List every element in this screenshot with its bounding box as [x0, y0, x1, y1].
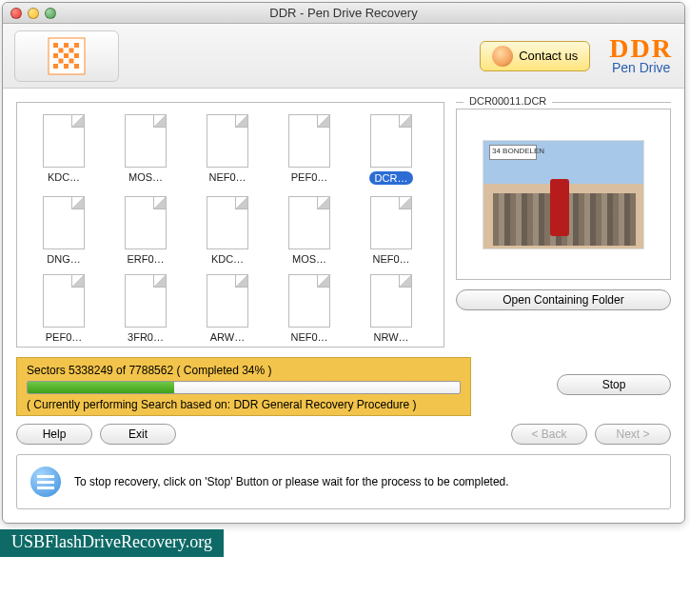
- file-item[interactable]: NEF0…: [187, 110, 268, 192]
- file-label: MOS…: [271, 253, 347, 265]
- file-icon: [370, 196, 412, 249]
- svg-rect-3: [74, 43, 79, 48]
- file-label: 3FR0…: [108, 331, 184, 343]
- file-item[interactable]: NRW…: [350, 270, 432, 348]
- file-label: NEF0…: [189, 171, 266, 183]
- brand-subtitle: Pen Drive: [609, 60, 673, 75]
- file-item[interactable]: MOS…: [105, 110, 187, 192]
- info-text: To stop recovery, click on 'Stop' Button…: [74, 475, 509, 488]
- next-button[interactable]: Next >: [595, 424, 671, 445]
- window-title: DDR - Pen Drive Recovery: [3, 6, 684, 20]
- file-icon: [288, 274, 330, 328]
- logo-icon: [48, 37, 86, 75]
- file-item[interactable]: MOS…: [268, 192, 350, 270]
- file-item[interactable]: KDC…: [187, 192, 268, 270]
- file-label: MOS…: [108, 171, 184, 183]
- exit-button[interactable]: Exit: [100, 424, 176, 445]
- file-icon: [288, 196, 330, 249]
- file-icon: [43, 274, 85, 328]
- file-item[interactable]: DCR…: [350, 110, 432, 192]
- content-area: KDC…MOS…NEF0…PEF0…DCR…DNG…ERF0…KDC…MOS…N…: [3, 89, 684, 523]
- file-item[interactable]: NEF0…: [268, 270, 350, 348]
- file-label: DCR…: [369, 171, 414, 185]
- app-logo: [14, 30, 119, 82]
- file-icon: [43, 196, 85, 249]
- toolbar: Contact us DDR Pen Drive: [3, 24, 684, 89]
- contact-us-label: Contact us: [519, 49, 578, 63]
- file-item[interactable]: NEF0…: [350, 192, 432, 270]
- svg-rect-8: [74, 53, 79, 58]
- progress-bar: [27, 381, 461, 394]
- nav-row: Help Exit < Back Next >: [16, 424, 671, 445]
- svg-rect-7: [64, 53, 69, 58]
- file-label: PEF0…: [271, 171, 347, 183]
- svg-rect-2: [64, 43, 69, 48]
- preview-image: [483, 140, 644, 249]
- svg-rect-1: [53, 43, 58, 48]
- svg-rect-6: [53, 53, 58, 58]
- back-button[interactable]: < Back: [511, 424, 587, 445]
- file-icon: [370, 114, 412, 168]
- info-box: To stop recovery, click on 'Stop' Button…: [16, 454, 671, 509]
- watermark: USBFlashDriveRecovery.org: [0, 529, 224, 557]
- svg-rect-11: [53, 64, 58, 69]
- file-label: KDC…: [26, 171, 102, 183]
- brand-block: DDR Pen Drive: [600, 36, 673, 75]
- file-label: KDC…: [189, 253, 266, 265]
- stop-button[interactable]: Stop: [557, 374, 671, 395]
- file-label: NEF0…: [271, 331, 347, 343]
- titlebar: DDR - Pen Drive Recovery: [3, 3, 684, 24]
- file-label: ERF0…: [108, 253, 184, 265]
- file-item[interactable]: ERF0…: [105, 192, 187, 270]
- file-label: NRW…: [353, 331, 429, 343]
- preview-filename: DCR00011.DCR: [463, 95, 552, 107]
- svg-rect-9: [59, 58, 64, 63]
- file-icon: [288, 114, 330, 168]
- file-label: PEF0…: [26, 331, 102, 343]
- contact-us-button[interactable]: Contact us: [480, 41, 590, 71]
- file-icon: [125, 196, 167, 249]
- preview-panel: DCR00011.DCR Open Containing Folder: [456, 102, 671, 348]
- file-icon: [43, 114, 85, 168]
- file-item[interactable]: DNG…: [23, 192, 105, 270]
- preview-box: [456, 109, 671, 280]
- open-containing-folder-button[interactable]: Open Containing Folder: [456, 289, 671, 310]
- file-icon: [125, 274, 167, 328]
- file-label: NEF0…: [353, 253, 429, 265]
- svg-rect-10: [69, 58, 74, 63]
- file-item[interactable]: ARW…: [187, 270, 268, 348]
- file-icon: [207, 196, 248, 249]
- brand-logo-text: DDR: [609, 36, 673, 60]
- sectors-progress-text: Sectors 5338249 of 7788562 ( Completed 3…: [27, 364, 461, 377]
- file-icon: [125, 114, 167, 168]
- file-item[interactable]: KDC…: [23, 110, 105, 192]
- progress-bar-fill: [28, 382, 174, 393]
- svg-rect-12: [64, 64, 69, 69]
- person-icon: [492, 46, 513, 67]
- file-icon: [207, 114, 248, 168]
- file-label: ARW…: [189, 331, 266, 343]
- file-grid: KDC…MOS…NEF0…PEF0…DCR…DNG…ERF0…KDC…MOS…N…: [23, 110, 438, 348]
- svg-rect-4: [59, 48, 64, 52]
- search-mode-text: ( Currently performing Search based on: …: [27, 398, 461, 411]
- help-button[interactable]: Help: [16, 424, 92, 445]
- file-item[interactable]: 3FR0…: [105, 270, 187, 348]
- file-icon: [370, 274, 412, 328]
- file-label: DNG…: [26, 253, 102, 265]
- file-list-panel[interactable]: KDC…MOS…NEF0…PEF0…DCR…DNG…ERF0…KDC…MOS…N…: [16, 102, 444, 348]
- svg-rect-13: [74, 64, 79, 69]
- file-icon: [207, 274, 248, 328]
- progress-box: Sectors 5338249 of 7788562 ( Completed 3…: [16, 357, 471, 416]
- file-item[interactable]: PEF0…: [268, 110, 350, 192]
- app-window: DDR - Pen Drive Recovery Contact us DDR …: [2, 2, 685, 524]
- chat-bubble-icon: [30, 467, 61, 497]
- svg-rect-5: [69, 48, 74, 52]
- file-item[interactable]: PEF0…: [23, 270, 105, 348]
